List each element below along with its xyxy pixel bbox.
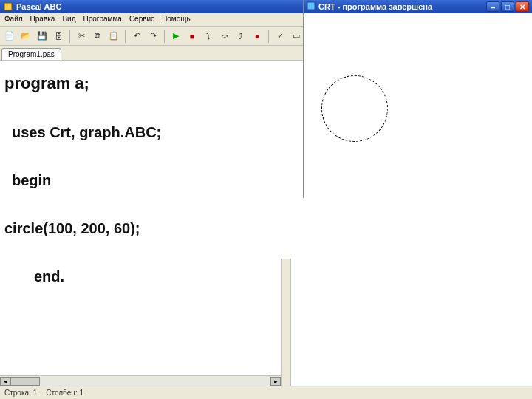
step-out-icon[interactable]: ⤴ <box>234 30 248 43</box>
status-col: Столбец: 1 <box>46 389 83 397</box>
toolbar-separator <box>69 30 70 43</box>
stop-icon[interactable]: ■ <box>185 30 199 43</box>
redo-icon[interactable]: ↷ <box>146 30 160 43</box>
menu-edit[interactable]: Правка <box>30 15 55 24</box>
scroll-thumb[interactable] <box>10 377 40 386</box>
scroll-left-icon[interactable]: ◂ <box>0 377 10 386</box>
status-row: Строка: 1 <box>4 389 37 397</box>
output-title: CRT - программа завершена <box>318 2 432 11</box>
menu-service[interactable]: Сервис <box>129 15 154 24</box>
main-title: Pascal ABC <box>16 2 61 11</box>
vertical-splitter[interactable] <box>281 259 291 386</box>
code-line: program a; <box>4 74 278 93</box>
breakpoint-icon[interactable]: ● <box>250 30 264 43</box>
close-button[interactable]: ✕ <box>516 1 529 12</box>
open-icon[interactable]: 📂 <box>19 30 33 43</box>
drawn-circle <box>321 75 388 142</box>
output-app-icon <box>307 1 316 12</box>
scroll-right-icon[interactable]: ▸ <box>270 377 281 386</box>
code-line: circle(100, 200, 60); <box>4 220 278 237</box>
cut-icon[interactable]: ✂ <box>75 30 88 43</box>
statusbar: Строка: 1 Столбец: 1 <box>0 386 532 399</box>
undo-icon[interactable]: ↶ <box>130 30 143 43</box>
svg-rect-1 <box>307 2 315 10</box>
paste-icon[interactable]: 📋 <box>107 30 120 43</box>
output-window: CRT - программа завершена ‒ □ ✕ <box>303 0 532 198</box>
copy-icon[interactable]: ⧉ <box>91 30 104 43</box>
step-into-icon[interactable]: ⤵ <box>202 30 215 43</box>
code-line: end. <box>34 268 278 285</box>
graphics-canvas <box>304 13 532 198</box>
toolbar-separator <box>164 30 165 43</box>
svg-rect-0 <box>4 3 12 10</box>
code-line: uses Crt, graph.ABC; <box>12 124 278 141</box>
menu-program[interactable]: Программа <box>83 15 121 24</box>
save-icon[interactable]: 💾 <box>35 30 49 43</box>
toolbar-separator <box>268 30 269 43</box>
step-over-icon[interactable]: ⤼ <box>218 30 231 43</box>
menu-file[interactable]: Файл <box>4 15 23 24</box>
check-icon[interactable]: ✓ <box>273 30 287 43</box>
new-file-icon[interactable]: 📄 <box>3 30 16 43</box>
menu-help[interactable]: Помощь <box>162 15 191 24</box>
app-icon <box>3 1 13 12</box>
code-editor[interactable]: program a; uses Crt, graph.ABC; begin ci… <box>0 61 281 386</box>
maximize-button[interactable]: □ <box>501 1 514 12</box>
menu-view[interactable]: Вид <box>62 15 75 24</box>
scroll-track[interactable] <box>10 377 270 386</box>
toolbar-separator <box>125 30 126 43</box>
output-titlebar[interactable]: CRT - программа завершена ‒ □ ✕ <box>304 0 532 13</box>
save-all-icon[interactable]: 🗄 <box>52 30 65 43</box>
code-line: begin <box>12 172 278 189</box>
editor-hscrollbar[interactable]: ◂ ▸ <box>0 375 281 386</box>
form-icon[interactable]: ▭ <box>290 30 303 43</box>
minimize-button[interactable]: ‒ <box>486 1 499 12</box>
tab-program1[interactable]: Program1.pas <box>1 48 61 60</box>
run-icon[interactable]: ▶ <box>169 30 183 43</box>
